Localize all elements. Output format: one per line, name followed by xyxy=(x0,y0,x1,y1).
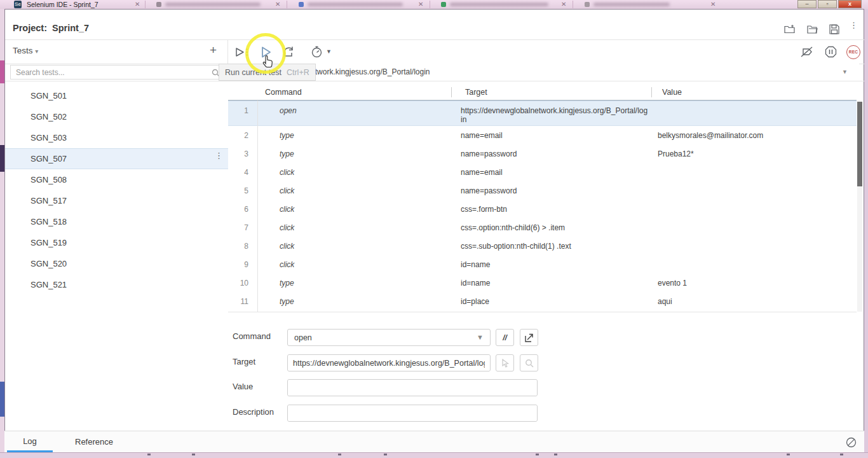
row-target[interactable]: name=email xyxy=(461,168,651,177)
row-command[interactable]: click xyxy=(280,186,294,195)
column-header-target[interactable]: Target xyxy=(465,88,487,97)
command-row[interactable]: 3 type name=password Prueba12* xyxy=(228,144,857,163)
url-row-divider xyxy=(5,81,864,81)
clear-log-icon[interactable] xyxy=(846,437,857,448)
row-target[interactable]: name=password xyxy=(461,149,651,158)
tab-separator xyxy=(145,1,146,8)
row-command[interactable]: click xyxy=(280,242,294,251)
column-divider[interactable] xyxy=(651,87,652,97)
test-list: SGN_501 SGN_502 SGN_503 SGN_507 ⋮ SGN_50… xyxy=(5,81,228,431)
command-row[interactable]: 10 type id=name evento 1 xyxy=(228,274,857,292)
column-header-value[interactable]: Value xyxy=(662,88,682,97)
search-tests-input[interactable] xyxy=(11,66,223,79)
more-options-icon[interactable]: ⋮ xyxy=(850,24,856,35)
row-command[interactable]: type xyxy=(280,131,294,140)
bottom-panel: Log Reference xyxy=(4,431,864,452)
test-item[interactable]: SGN_503 xyxy=(5,127,228,148)
command-row[interactable]: 6 click css=.form-btn xyxy=(228,200,857,218)
row-command[interactable]: open xyxy=(280,106,297,115)
save-project-icon[interactable] xyxy=(829,24,839,34)
row-command[interactable]: click xyxy=(280,223,294,232)
row-target[interactable]: css=.form-btn xyxy=(461,205,651,214)
target-input[interactable] xyxy=(288,355,490,371)
command-row[interactable]: 9 click id=name xyxy=(228,255,857,274)
test-speed-caret-icon[interactable]: ▼ xyxy=(326,48,332,55)
tab-reference[interactable]: Reference xyxy=(65,431,123,452)
test-item[interactable]: SGN_502 xyxy=(5,106,228,127)
command-row[interactable]: 11 type id=place aqui xyxy=(228,292,857,310)
test-item[interactable]: SGN_518 xyxy=(5,211,228,232)
minimize-button[interactable]: – xyxy=(797,0,817,8)
column-header-command[interactable]: Command xyxy=(265,88,302,97)
comment-toggle-button[interactable]: // xyxy=(496,329,514,346)
tab-close-icon[interactable]: ✕ xyxy=(418,0,423,9)
command-row-selected[interactable]: 1 open https://devnewglobalnetwork.kingj… xyxy=(228,101,857,126)
row-target[interactable]: id=name xyxy=(461,279,651,288)
test-item[interactable]: SGN_517 xyxy=(5,190,228,211)
active-tab-title[interactable]: Selenium IDE - Sprint_7 xyxy=(27,1,98,8)
row-value[interactable]: aqui xyxy=(658,297,851,306)
project-label: Project: xyxy=(13,23,47,33)
test-item-selected[interactable]: SGN_507 ⋮ xyxy=(5,148,228,169)
base-url-select[interactable]: https://devnewglobalnetwork.kingjesus.or… xyxy=(229,64,859,81)
row-target[interactable]: https://devnewglobalnetwork.kingjesus.or… xyxy=(461,106,649,124)
row-command[interactable]: click xyxy=(280,205,294,214)
tab-close-icon[interactable]: ✕ xyxy=(710,0,715,9)
test-item[interactable]: SGN_501 xyxy=(5,85,228,106)
browser-tab[interactable] xyxy=(450,3,548,6)
row-command[interactable]: type xyxy=(280,149,294,158)
find-target-button[interactable] xyxy=(520,354,538,371)
tab-close-icon[interactable]: ✕ xyxy=(275,0,280,9)
command-row[interactable]: 7 click css=.option:nth-child(6) > .item xyxy=(228,218,857,237)
row-command[interactable]: click xyxy=(280,168,294,177)
row-target[interactable]: id=name xyxy=(461,260,651,269)
new-project-icon[interactable] xyxy=(784,24,796,34)
command-row[interactable]: 2 type name=email belkysmorales@mailinat… xyxy=(228,126,857,144)
maximize-button[interactable]: ▫ xyxy=(818,0,837,8)
command-row[interactable]: 8 click css=.sub-option:nth-child(1) .te… xyxy=(228,237,857,255)
test-item[interactable]: SGN_508 xyxy=(5,169,228,190)
table-scrollbar-thumb[interactable] xyxy=(857,102,862,186)
disable-breakpoints-icon[interactable] xyxy=(799,46,815,58)
browser-tab[interactable] xyxy=(165,3,261,6)
pause-on-exceptions-icon[interactable] xyxy=(825,46,837,58)
tests-dropdown[interactable]: Tests ▾ xyxy=(13,46,38,55)
browser-tab[interactable] xyxy=(593,3,670,6)
row-value[interactable]: belkysmorales@mailinator.com xyxy=(658,131,851,140)
row-target[interactable]: css=.sub-option:nth-child(1) .text xyxy=(461,242,651,251)
row-target[interactable]: id=place xyxy=(461,297,651,306)
row-command[interactable]: type xyxy=(280,279,294,288)
open-new-window-button[interactable] xyxy=(520,329,538,346)
row-target[interactable]: css=.option:nth-child(6) > .item xyxy=(461,223,651,232)
close-button[interactable]: x xyxy=(838,0,862,8)
row-target[interactable]: name=email xyxy=(461,131,651,140)
select-target-button[interactable] xyxy=(496,354,514,371)
command-row[interactable]: 5 click name=password xyxy=(228,181,857,200)
tab-log[interactable]: Log xyxy=(7,431,53,452)
row-value[interactable]: Prueba12* xyxy=(658,149,851,158)
test-speed-icon[interactable] xyxy=(311,46,323,58)
test-item[interactable]: SGN_519 xyxy=(5,232,228,253)
description-input[interactable] xyxy=(288,405,537,421)
command-select[interactable]: open ▼ xyxy=(287,329,491,346)
open-project-icon[interactable] xyxy=(807,25,818,34)
value-input[interactable] xyxy=(288,380,537,396)
browser-tab[interactable] xyxy=(308,3,403,6)
row-target[interactable]: name=password xyxy=(461,186,651,195)
add-test-button[interactable]: + xyxy=(210,43,217,57)
tab-reference-label: Reference xyxy=(75,437,113,447)
row-command[interactable]: click xyxy=(280,260,294,269)
test-item-menu-icon[interactable]: ⋮ xyxy=(215,154,223,157)
test-item[interactable]: SGN_520 xyxy=(5,253,228,274)
command-row[interactable]: 4 click name=email xyxy=(228,163,857,181)
test-item[interactable]: SGN_521 xyxy=(5,274,228,295)
browser-tab-favicon xyxy=(585,2,590,7)
column-divider[interactable] xyxy=(451,87,452,97)
tab-close-icon[interactable]: ✕ xyxy=(135,0,140,9)
taskbar-mark xyxy=(338,454,341,455)
row-value[interactable]: evento 1 xyxy=(658,279,851,288)
tab-close-icon[interactable]: ✕ xyxy=(561,0,566,9)
record-button[interactable]: REC xyxy=(846,45,860,59)
row-number: 7 xyxy=(228,218,257,237)
row-command[interactable]: type xyxy=(280,297,294,306)
